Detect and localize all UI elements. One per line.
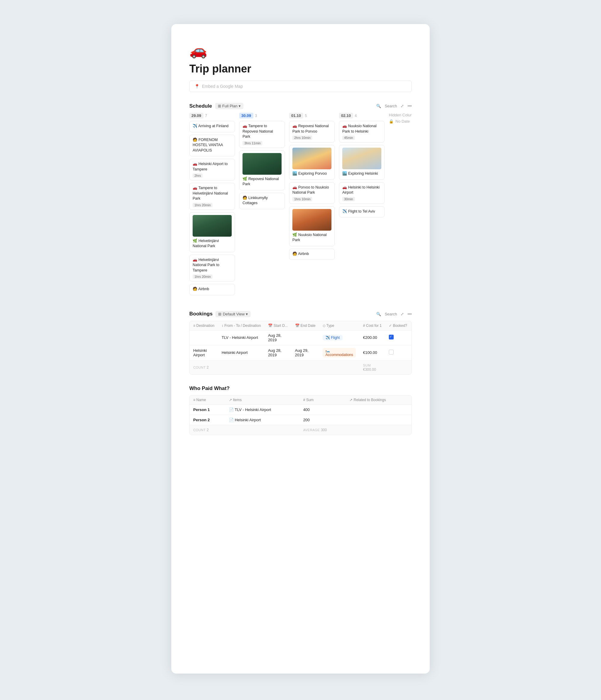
col-date-0210: 02.10 (339, 113, 353, 119)
booking-row-1[interactable]: TLV - Helsinki Airport Aug 28, 2019 ✈️ F… (190, 330, 412, 345)
kanban-card[interactable]: 🚗 Helsinki Airport to Tampere 2hrs (189, 159, 235, 180)
no-date-label: No Date (395, 119, 410, 124)
hidden-label: Hidden Columns (389, 113, 412, 117)
col-end-date: 📅 End Date (291, 321, 319, 330)
wp-count-label: COUNT 2 (190, 425, 226, 435)
kanban-card[interactable]: 🚗 Tampere to Repovesi National Park 3hrs… (239, 121, 285, 148)
booking-row-2[interactable]: Helsinki Airport Helsinki Airport Aug 28… (190, 345, 412, 360)
col-from-to: ↕ From - To / Destination (218, 321, 264, 330)
kanban-card[interactable]: 🧑 Airbnb (289, 249, 335, 260)
col-header-0210: 02.10 4 (339, 113, 385, 119)
col-count-2909: 7 (205, 114, 207, 118)
kanban-card[interactable]: 🚗 Porvoo to Nuuksio National Park 1hrs 1… (289, 182, 335, 204)
bookings-section: Bookings ⊞ Default View ▾ 🔍 Search ⤢ ••• (189, 311, 412, 375)
list-icon: ≡ (193, 324, 195, 328)
booking-booked-2[interactable] (385, 345, 411, 360)
list-icon2: ≡ (193, 398, 195, 402)
col-related: ↗ Related to Bookings (346, 395, 411, 405)
bookings-search-icon: 🔍 (376, 312, 381, 316)
check-icon: ✓ (389, 324, 392, 328)
kanban-card-helsinki[interactable]: 🏙️ Exploring Helsinki (339, 145, 385, 180)
page-icon-item2: 📄 (229, 418, 234, 422)
wp-avg-empty (346, 425, 411, 435)
who-paid-row-2[interactable]: Person 2 📄 Helsinki Airport 200 (190, 415, 411, 425)
kanban-card[interactable]: 🧑 FORENOM HOSTEL VANTAA AVIAPOLIS (189, 135, 235, 157)
booking-booked-1[interactable] (385, 330, 411, 345)
person-name-1: Person 1 (190, 404, 226, 415)
no-date-item: 🔒 No Date 0 (389, 119, 412, 124)
hash-icon3: # (303, 398, 305, 402)
chevron-down-icon: ▾ (239, 104, 241, 108)
bookings-table-wrap: ≡ Destination ↕ From - To / Destination … (189, 321, 412, 375)
forest2-image (242, 153, 282, 175)
checkbox-checked[interactable] (389, 335, 394, 340)
kanban-card[interactable]: ✈️ Arriving at Finland (189, 121, 235, 132)
more-icon[interactable]: ••• (408, 104, 412, 108)
bookings-search-label[interactable]: Search (385, 312, 397, 316)
person-name-2: Person 2 (190, 415, 226, 425)
wp-count-empty (226, 425, 299, 435)
helsinki-image (342, 148, 381, 169)
kanban-card[interactable]: 🚗 Helvetinjärvi National Park to Tampere… (189, 255, 235, 282)
count-label: COUNT 2 (190, 360, 291, 374)
kanban-card-forest2[interactable]: 🌿 Repovesi National Park (239, 150, 285, 190)
schedule-view-icon: ⊞ (218, 104, 221, 108)
bookings-more-icon[interactable]: ••• (408, 312, 412, 316)
col-header-3009: 30.09 3 (239, 113, 285, 119)
kanban-card-rock[interactable]: 🌿 Nuuksio National Park (289, 206, 335, 246)
wp-avg-label: AVERAGE 300 (299, 425, 346, 435)
count-empty (291, 360, 359, 374)
hidden-columns: Hidden Columns 🔒 No Date 0 (389, 113, 412, 298)
schedule-title: Schedule (189, 103, 212, 109)
kanban-card[interactable]: 🚗 Tampere to Helvetinjärvi National Park… (189, 183, 235, 210)
cal-icon: 📅 (268, 324, 272, 328)
forest-image (192, 215, 232, 236)
bookings-title: Bookings (189, 311, 212, 317)
schedule-search-label[interactable]: Search (385, 104, 397, 108)
kanban-card[interactable]: 🚗 Repovesi National Park to Porvoo 2hrs … (289, 121, 335, 143)
col-count-0110: 5 (305, 114, 307, 118)
sum-label: SUM €300.00 (359, 360, 385, 374)
bookings-count-row: COUNT 2 SUM €300.00 (190, 360, 412, 374)
col-type: ◇ Type (319, 321, 359, 330)
person-related-2 (346, 415, 411, 425)
page-title: Trip planner (189, 62, 412, 75)
kanban-card[interactable]: 🧑 Airbnb (189, 284, 235, 295)
kanban-card[interactable]: 🚗 Nuuksio National Park to Helsinki 45mi… (339, 121, 385, 143)
person-related-1 (346, 404, 411, 415)
bookings-expand-icon[interactable]: ⤢ (400, 312, 404, 316)
col-count-0210: 4 (355, 114, 357, 118)
page-icon-item1: 📄 (229, 407, 234, 412)
booking-cost-1: €200.00 (359, 330, 385, 345)
person-sum-1: 400 (299, 404, 346, 415)
booking-end-1 (291, 330, 319, 345)
checkbox-unchecked[interactable] (389, 350, 394, 354)
schedule-section: Schedule ⊞ Full Plan ▾ 🔍 Search ⤢ ••• 29… (189, 103, 412, 300)
who-paid-row-1[interactable]: Person 1 📄 TLV - Helsinki Airport 400 (190, 404, 411, 415)
kanban-card-city[interactable]: 🏙️ Exploring Porvoo (289, 145, 335, 180)
main-page: 🚗 Trip planner 📍 Embed a Google Map Sche… (171, 24, 430, 674)
kanban-card-forest[interactable]: 🌿 Helvetinjärvi National Park (189, 212, 235, 252)
col-cost: # Cost for 1 (359, 321, 385, 330)
flight-badge: ✈️ Flight (323, 335, 343, 341)
bookings-view-btn[interactable]: ⊞ Default View ▾ (215, 311, 251, 317)
kanban-card[interactable]: 🚗 Helsinki to Helsinki Airport 30min (339, 182, 385, 204)
kanban-card[interactable]: ✈️ Flight to Tel Aviv (339, 206, 385, 218)
schedule-view-btn[interactable]: ⊞ Full Plan ▾ (215, 103, 244, 109)
bookings-header: Bookings ⊞ Default View ▾ 🔍 Search ⤢ ••• (189, 311, 412, 317)
booking-from-to-1: TLV - Helsinki Airport (218, 330, 264, 345)
booking-from-to-2: Helsinki Airport (218, 345, 264, 360)
embed-map-bar[interactable]: 📍 Embed a Google Map (189, 81, 412, 92)
kanban-card[interactable]: 🧑 Linkkumylly Cottages (239, 193, 285, 209)
person-items-2: 📄 Helsinki Airport (226, 415, 299, 425)
col-date-0110: 01.10 (289, 113, 303, 119)
schedule-actions: 🔍 Search ⤢ ••• (376, 104, 412, 108)
col-items: ↗ Items (226, 395, 299, 405)
expand-icon[interactable]: ⤢ (400, 104, 404, 108)
kanban-board: 29.09 7 ✈️ Arriving at Finland 🧑 FORENOM… (189, 113, 412, 300)
lock-icon: 🔒 (389, 119, 394, 124)
col-date-2909: 29.09 (189, 113, 204, 119)
kanban-col-0210: 02.10 4 🚗 Nuuksio National Park to Helsi… (339, 113, 385, 298)
map-pin-icon: 📍 (194, 84, 200, 89)
col-destination: ≡ Destination (190, 321, 218, 330)
